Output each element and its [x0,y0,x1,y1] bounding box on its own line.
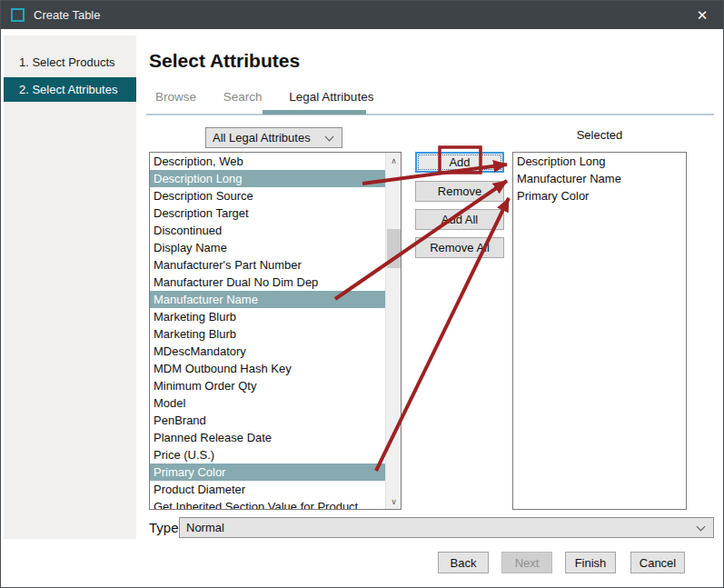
list-item[interactable]: MDM Outbound Hash Key [150,360,385,377]
titlebar: Create Table ✕ [1,1,723,29]
list-item[interactable]: Manufacturer Dual No Dim Dep [150,274,385,291]
list-item[interactable]: Marketing Blurb [150,325,385,343]
add-button[interactable]: Add [415,152,504,173]
list-item[interactable]: Description Source [150,187,385,204]
next-button[interactable]: Next [501,552,552,573]
list-item[interactable]: Manufacturer Name [150,291,385,308]
sidebar-item-label: 2. Select Attributes [19,83,117,96]
sidebar-item-select-products[interactable]: 1. Select Products [4,50,136,75]
type-dropdown[interactable]: Normal [179,517,714,538]
type-value: Normal [180,521,698,534]
tab-legal-attributes[interactable]: Legal Attributes [289,90,373,104]
scroll-down-icon[interactable]: ∨ [386,493,402,509]
close-icon: ✕ [697,7,709,24]
available-attributes-items: Description, WebDescription LongDescript… [150,153,385,509]
finish-button[interactable]: Finish [565,552,616,573]
list-item[interactable]: Description, Web [150,153,385,170]
create-table-dialog: Create Table ✕ 1. Select Products 2. Sel… [0,0,724,588]
list-item[interactable]: Display Name [150,239,385,256]
list-item[interactable]: Model [150,394,385,412]
page-title: Select Attributes [149,50,300,72]
sidebar-item-label: 1. Select Products [19,55,115,69]
window-title: Create Table [34,8,100,22]
list-item[interactable]: MDescMandatory [150,343,385,360]
list-item[interactable]: Minimum Order Qty [150,377,385,394]
list-item[interactable]: Description Long [150,170,385,187]
back-button[interactable]: Back [438,552,489,573]
chevron-down-icon [325,132,334,141]
tab-search[interactable]: Search [223,90,263,104]
list-item[interactable]: Discontinued [150,222,385,239]
app-icon [11,8,25,22]
attribute-filter-value: All Legal Attributes [206,131,326,145]
tabs-divider [146,114,714,115]
list-item[interactable]: Planned Release Date [150,429,385,446]
tab-bar: Browse Search Legal Attributes [155,90,397,104]
list-item[interactable]: Get Inherited Section Value for Product [150,498,385,509]
cancel-button[interactable]: Cancel [630,552,685,573]
list-item[interactable]: PenBrand [150,412,385,429]
scroll-up-icon[interactable]: ∧ [386,153,402,168]
list-item[interactable]: Manufacturer's Part Number [150,256,385,274]
attribute-filter-dropdown[interactable]: All Legal Attributes [205,127,342,148]
close-button[interactable]: ✕ [681,1,723,29]
scrollbar-thumb[interactable] [387,229,401,268]
tab-browse[interactable]: Browse [155,90,196,104]
remove-all-button[interactable]: Remove All [415,237,504,258]
list-item[interactable]: Product Diameter [150,481,385,498]
add-all-button[interactable]: Add All [415,209,504,230]
vertical-scrollbar[interactable]: ∧ ∨ [385,153,401,509]
list-item[interactable]: Manufacturer Name [513,170,686,187]
list-item[interactable]: Description Target [150,204,385,222]
list-item[interactable]: Primary Color [513,187,686,204]
list-item[interactable]: Primary Color [150,463,385,481]
type-label: Type [149,520,179,535]
sidebar-item-select-attributes[interactable]: 2. Select Attributes [4,77,136,102]
chevron-down-icon [697,522,706,531]
list-item[interactable]: Description Long [513,153,686,170]
available-attributes-list[interactable]: Description, WebDescription LongDescript… [149,152,402,510]
list-item[interactable]: Price (U.S.) [150,446,385,463]
selected-attributes-list[interactable]: Description LongManufacturer NamePrimary… [512,152,687,510]
active-tab-underline [263,110,366,115]
list-item[interactable]: Marketing Blurb [150,308,385,325]
selected-panel-label: Selected [512,128,687,142]
remove-button[interactable]: Remove [415,181,504,202]
selected-attributes-items: Description LongManufacturer NamePrimary… [513,153,686,509]
wizard-steps-sidebar: 1. Select Products 2. Select Attributes [4,35,136,539]
